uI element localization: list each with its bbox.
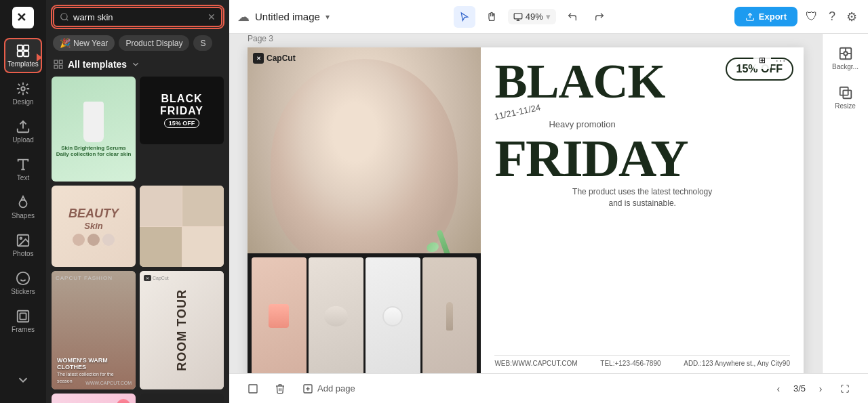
sidebar-item-templates[interactable]: Templates xyxy=(4,38,42,73)
template-card-black-friday[interactable]: BLACK FRIDAY 15% OFF xyxy=(140,77,224,144)
zoom-control[interactable]: 49% ▾ xyxy=(508,9,556,24)
help-icon[interactable]: ? xyxy=(826,7,838,26)
tag-s-label: S xyxy=(200,39,205,48)
svg-point-18 xyxy=(61,14,67,20)
womens-fashion-text: WOMEN'S WARM CLOTHESThe latest collectio… xyxy=(57,357,130,384)
ad-heavy-promo: Heavy promotion xyxy=(549,119,790,129)
mosaic-1 xyxy=(140,186,182,226)
template-card-skin-brightening[interactable]: Skin Brightening SerumsDaily collection … xyxy=(52,77,136,182)
product-thumb-1 xyxy=(252,257,307,373)
tag-new-year[interactable]: 🎉 New Year xyxy=(53,35,115,51)
tag-product-display[interactable]: Product Display xyxy=(119,35,189,51)
background-label: Backgr... xyxy=(832,63,859,70)
right-panel-resize[interactable]: Resize xyxy=(827,80,865,115)
svg-point-12 xyxy=(20,237,22,239)
canvas-page: CapCut xyxy=(248,47,804,373)
grid-icon xyxy=(53,59,64,70)
skin-label: Skin xyxy=(84,221,102,231)
sidebar-item-photos[interactable]: Photos xyxy=(4,228,42,263)
page-label: Page 3 xyxy=(248,34,273,43)
export-icon xyxy=(745,12,755,22)
ad-person-face xyxy=(248,47,481,280)
frame-tool-icon xyxy=(248,383,258,394)
photos-icon xyxy=(16,233,31,248)
canvas-scroll[interactable]: Page 3 ⊞ ⋯ CapCut xyxy=(229,34,822,373)
fit-page-btn[interactable] xyxy=(835,379,854,398)
svg-rect-2 xyxy=(18,45,22,50)
sidebar-item-upload[interactable]: Upload xyxy=(4,114,42,149)
ad-subtitle-line2: and is sustainable. xyxy=(608,198,675,208)
svg-text:✕: ✕ xyxy=(16,11,26,24)
shield-icon[interactable]: 🛡 xyxy=(803,7,821,26)
template-card-room-tour[interactable]: ✕ CapCut ROOM TOUR xyxy=(140,271,224,389)
template-card-radiant-elixir[interactable]: RadiantElixirSerum xyxy=(52,394,136,403)
templates-panel: ✕ 🎉 New Year Product Display S All templ… xyxy=(46,0,229,403)
chevron-down-icon xyxy=(131,60,140,69)
svg-rect-3 xyxy=(24,45,28,50)
svg-point-13 xyxy=(17,272,29,284)
ad-product-strip xyxy=(248,253,481,373)
hand-tool-btn[interactable] xyxy=(481,6,502,28)
tag-new-year-icon: 🎉 xyxy=(60,38,71,48)
canvas-icon-btn[interactable]: ⊞ xyxy=(753,51,771,69)
next-page-btn[interactable]: › xyxy=(811,379,830,398)
search-input[interactable] xyxy=(73,12,203,22)
document-title: Untitled image xyxy=(255,11,320,22)
sidebar-item-shapes-label: Shapes xyxy=(12,212,35,219)
tag-product-display-label: Product Display xyxy=(125,39,182,48)
zoom-value: 49% xyxy=(526,12,543,22)
all-templates-label: All templates xyxy=(68,59,127,70)
tag-s[interactable]: S xyxy=(193,35,212,51)
background-icon xyxy=(838,46,853,61)
search-area: ✕ xyxy=(46,0,229,31)
select-tool-btn[interactable] xyxy=(454,6,475,28)
svg-rect-34 xyxy=(843,90,851,98)
template-card-dark-skin[interactable]: NEW SKIN xyxy=(140,394,224,403)
app-logo: ✕ xyxy=(11,5,35,30)
sidebar-item-text-label: Text xyxy=(17,174,29,182)
prev-page-btn[interactable]: ‹ xyxy=(769,379,788,398)
color-swatch-1 xyxy=(73,234,85,246)
canvas-more-btn[interactable]: ⋯ xyxy=(775,51,786,69)
fit-icon xyxy=(840,384,850,394)
template-title-skin-brightening: Skin Brightening SerumsDaily collection … xyxy=(54,145,134,157)
sidebar-item-frames[interactable]: Frames xyxy=(4,303,42,339)
sidebar: ✕ Templates Design Upload xyxy=(0,0,46,403)
sidebar-item-frames-label: Frames xyxy=(12,326,35,333)
sidebar-item-text[interactable]: Text xyxy=(4,152,42,187)
select-icon xyxy=(459,12,470,22)
right-panel: Backgr... Resize xyxy=(822,34,868,373)
settings-icon[interactable]: ⚙ xyxy=(844,7,860,27)
export-btn[interactable]: Export xyxy=(734,7,797,26)
svg-rect-21 xyxy=(54,65,58,68)
add-page-btn[interactable]: Add page xyxy=(297,379,361,399)
sidebar-item-stickers[interactable]: Stickers xyxy=(4,266,42,301)
redo-btn[interactable] xyxy=(589,6,610,28)
capcut-logo-icon xyxy=(253,53,264,64)
sidebar-item-upload-label: Upload xyxy=(12,136,34,144)
delete-btn[interactable] xyxy=(270,379,290,399)
template-card-skin-mosaic[interactable] xyxy=(140,186,224,267)
resize-icon xyxy=(838,85,853,100)
canvas-area: Page 3 ⊞ ⋯ CapCut xyxy=(229,34,868,373)
sidebar-item-design[interactable]: Design xyxy=(4,76,42,111)
redo-icon xyxy=(594,12,605,22)
svg-point-28 xyxy=(844,51,848,56)
tag-new-year-label: New Year xyxy=(73,39,108,48)
right-panel-background[interactable]: Backgr... xyxy=(827,41,865,76)
ad-address: ADD.:123 Anywhere st., Any City90 xyxy=(684,360,790,367)
sidebar-item-shapes[interactable]: Shapes xyxy=(4,190,42,225)
title-chevron-icon[interactable]: ▾ xyxy=(326,12,330,22)
search-clear-btn[interactable]: ✕ xyxy=(208,12,216,22)
svg-rect-20 xyxy=(59,60,62,64)
tags-row: 🎉 New Year Product Display S xyxy=(46,31,229,55)
delete-icon xyxy=(275,383,285,394)
template-card-beauty-skin[interactable]: BEAUTY Skin xyxy=(52,186,136,267)
frame-tool-btn[interactable] xyxy=(243,379,263,399)
undo-btn[interactable] xyxy=(561,6,583,28)
all-templates-header[interactable]: All templates xyxy=(46,55,229,74)
product-thumb-2 xyxy=(309,257,363,373)
svg-rect-23 xyxy=(514,13,522,18)
template-card-womens-fashion[interactable]: CAPCUT FASHION WOMEN'S WARM CLOTHESThe l… xyxy=(52,271,136,389)
sidebar-more-btn[interactable] xyxy=(4,362,42,398)
